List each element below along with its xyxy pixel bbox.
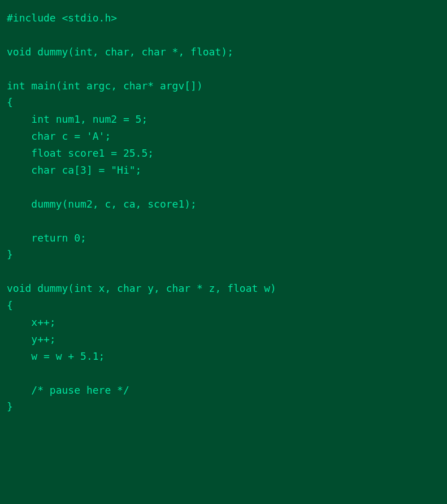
- code-editor: #include <stdio.h> void dummy(int, char,…: [7, 10, 436, 416]
- code-content: #include <stdio.h> void dummy(int, char,…: [7, 12, 276, 412]
